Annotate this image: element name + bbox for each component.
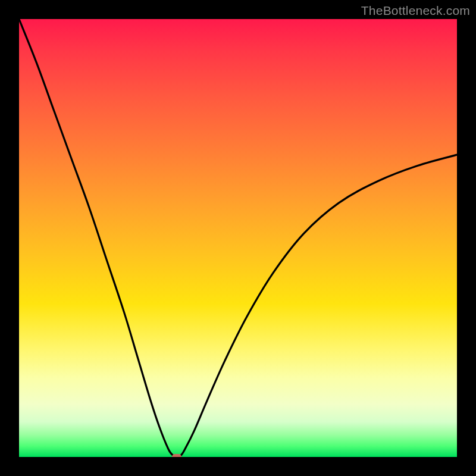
plot-area (19, 19, 457, 457)
bottleneck-curve (19, 19, 457, 457)
curve-svg (19, 19, 457, 457)
chart-frame: TheBottleneck.com (0, 0, 476, 476)
watermark-text: TheBottleneck.com (361, 4, 470, 18)
optimum-marker (172, 454, 181, 457)
